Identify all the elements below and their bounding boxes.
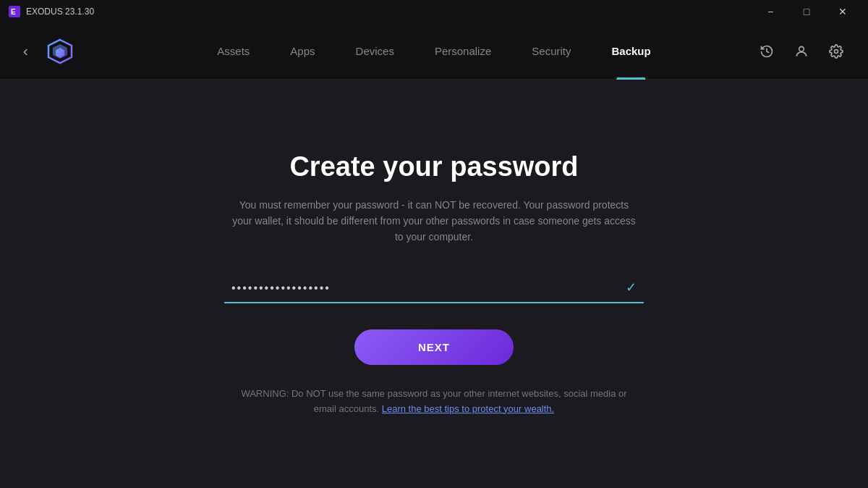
back-button[interactable]: ‹ [17, 40, 34, 62]
minimize-button[interactable]: − [754, 0, 787, 23]
history-icon [760, 44, 774, 59]
titlebar: E EXODUS 23.1.30 − □ ✕ [0, 0, 868, 23]
nav-security[interactable]: Security [511, 23, 591, 80]
account-icon [794, 44, 809, 59]
titlebar-left: E EXODUS 23.1.30 [9, 6, 94, 17]
page-title: Create your password [289, 151, 578, 182]
password-input[interactable] [224, 274, 644, 303]
nav-devices[interactable]: Devices [336, 23, 414, 80]
close-button[interactable]: ✕ [826, 0, 859, 23]
check-icon: ✓ [626, 279, 637, 295]
nav-assets[interactable]: Assets [197, 23, 270, 80]
account-button[interactable] [787, 37, 816, 66]
titlebar-controls: − □ ✕ [754, 0, 859, 23]
page-description: You must remember your password - it can… [231, 197, 637, 245]
nav-apps[interactable]: Apps [270, 23, 335, 80]
next-button[interactable]: NEXT [354, 329, 514, 365]
svg-point-6 [834, 49, 838, 53]
nav-right-icons [752, 37, 851, 66]
nav-personalize[interactable]: Personalize [414, 23, 511, 80]
maximize-button[interactable]: □ [790, 0, 823, 23]
main-content: Create your password You must remember y… [0, 80, 868, 488]
svg-point-5 [799, 46, 804, 51]
settings-button[interactable] [822, 37, 851, 66]
settings-icon [829, 44, 843, 59]
warning-text: WARNING: Do NOT use the same password as… [231, 387, 637, 417]
logo-icon [46, 37, 75, 66]
history-button[interactable] [752, 37, 781, 66]
password-input-wrapper: ✓ [224, 274, 644, 303]
warning-link[interactable]: Learn the best tips to protect your weal… [382, 403, 554, 414]
app-icon: E [9, 6, 20, 17]
app-logo [46, 37, 75, 66]
navbar: ‹ Assets Apps Devices Personalize Securi… [0, 23, 868, 80]
nav-backup[interactable]: Backup [591, 23, 671, 80]
nav-links: Assets Apps Devices Personalize Security… [197, 23, 671, 80]
app-title: EXODUS 23.1.30 [26, 7, 94, 17]
svg-text:E: E [11, 8, 16, 16]
